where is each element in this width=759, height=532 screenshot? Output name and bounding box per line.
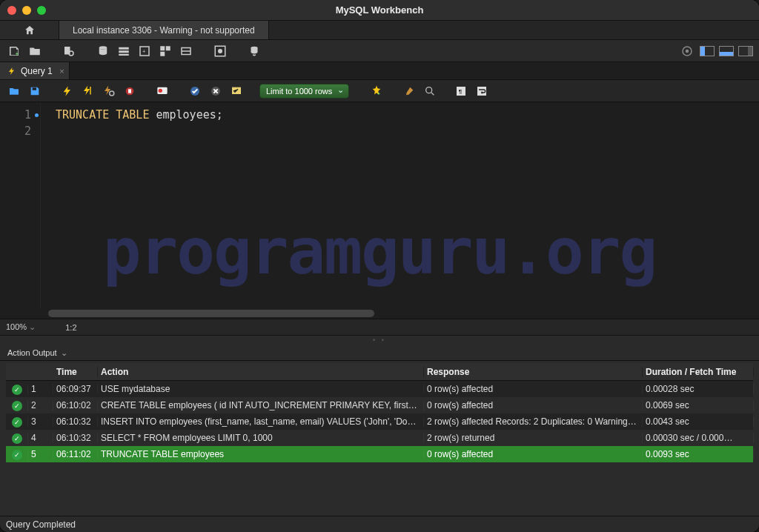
response-cell: 0 row(s) affected xyxy=(424,400,643,410)
sql-editor-panel: 1 2 TRUNCATE TABLE employees; programgur… xyxy=(0,102,759,336)
beautify-button[interactable]: + xyxy=(368,83,385,99)
line-number: 2 xyxy=(0,123,31,139)
db-icon-1[interactable] xyxy=(95,43,111,59)
svg-rect-10 xyxy=(166,46,170,50)
db-icon-5[interactable] xyxy=(178,43,194,59)
stop-button[interactable] xyxy=(122,83,138,99)
sql-editor[interactable]: 1 2 TRUNCATE TABLE employees; programgur… xyxy=(0,102,759,308)
connection-tab-bar: Local instance 3306 - Warning - not supp… xyxy=(0,21,759,40)
duration-cell: 0.00028 sec xyxy=(643,384,754,394)
svg-point-28 xyxy=(426,87,432,93)
success-icon: ✓ xyxy=(12,450,22,460)
svg-rect-21 xyxy=(128,89,131,93)
sql-keyword: TRUNCATE TABLE xyxy=(56,108,149,122)
status-text: Query Completed xyxy=(6,519,76,530)
svg-text:+: + xyxy=(142,48,146,55)
svg-rect-4 xyxy=(119,47,129,49)
index-cell: 2 xyxy=(28,400,53,410)
zoom-level[interactable]: 100% xyxy=(6,322,36,332)
svg-rect-18 xyxy=(33,87,36,90)
settings-button[interactable] xyxy=(679,43,695,59)
svg-point-3 xyxy=(99,46,107,50)
cursor-position: 1:2 xyxy=(65,323,76,332)
window-title: MySQL Workbench xyxy=(0,4,759,16)
svg-point-17 xyxy=(686,49,689,53)
db-connect-button[interactable] xyxy=(246,43,262,59)
rollback-button[interactable] xyxy=(208,83,224,99)
time-cell: 06:10:02 xyxy=(53,400,98,410)
toggle-left-panel[interactable] xyxy=(700,46,715,56)
col-action[interactable]: Action xyxy=(98,367,424,377)
home-tab[interactable] xyxy=(0,21,59,39)
index-cell: 1 xyxy=(28,384,53,394)
find-button[interactable] xyxy=(422,83,438,99)
output-row[interactable]: ✓406:10:32SELECT * FROM employees LIMIT … xyxy=(6,430,753,446)
svg-text:+: + xyxy=(16,50,19,57)
editor-status-bar: 100% 1:2 xyxy=(0,319,759,335)
action-cell: SELECT * FROM employees LIMIT 0, 1000 xyxy=(98,433,424,443)
response-cell: 2 row(s) affected Records: 2 Duplicates:… xyxy=(424,416,643,427)
home-icon xyxy=(23,24,36,36)
output-row[interactable]: ✓106:09:37USE mydatabase0 row(s) affecte… xyxy=(6,381,753,397)
svg-rect-6 xyxy=(119,53,129,55)
scrollbar-thumb[interactable] xyxy=(48,310,374,317)
toggle-right-panel[interactable] xyxy=(738,46,753,56)
editor-horizontal-scrollbar[interactable] xyxy=(0,308,759,319)
save-button[interactable] xyxy=(27,83,43,99)
output-header: Action Output xyxy=(0,345,759,361)
editor-toolbar: Limit to 1000 rows + ¶ xyxy=(0,80,759,102)
toggle-invisible-button[interactable]: ¶ xyxy=(453,83,469,99)
output-row[interactable]: ✓206:10:02CREATE TABLE employees ( id IN… xyxy=(6,397,753,413)
output-row[interactable]: ✓306:10:32INSERT INTO employees (first_n… xyxy=(6,413,753,430)
col-time[interactable]: Time xyxy=(53,367,98,377)
duration-cell: 0.0069 sec xyxy=(643,400,754,410)
autocommit-button[interactable] xyxy=(228,83,245,99)
line-gutter: 1 2 xyxy=(0,102,41,308)
output-row[interactable]: ✓506:11:02TRUNCATE TABLE employees0 row(… xyxy=(6,446,753,462)
time-cell: 06:09:37 xyxy=(53,384,98,394)
time-cell: 06:11:02 xyxy=(53,449,98,459)
action-cell: CREATE TABLE employees ( id INT AUTO_INC… xyxy=(98,400,424,410)
duration-cell: 0.00030 sec / 0.000… xyxy=(643,433,754,443)
toggle-bottom-panel[interactable] xyxy=(719,46,734,56)
inspector-button[interactable] xyxy=(61,43,77,59)
execute-button[interactable] xyxy=(59,83,76,99)
close-tab-icon[interactable]: × xyxy=(59,67,64,76)
success-icon: ✓ xyxy=(12,401,22,411)
svg-rect-9 xyxy=(160,46,165,50)
success-icon: ✓ xyxy=(12,433,22,444)
col-response[interactable]: Response xyxy=(424,367,643,377)
split-handle[interactable]: • • xyxy=(0,336,759,345)
execute-current-button[interactable] xyxy=(80,83,96,99)
status-cell: ✓ xyxy=(6,400,28,411)
output-columns: Time Action Response Duration / Fetch Ti… xyxy=(6,363,753,381)
connection-tab[interactable]: Local instance 3306 - Warning - not supp… xyxy=(59,21,269,39)
commit-button[interactable] xyxy=(187,83,203,99)
open-sql-script-button[interactable] xyxy=(27,43,43,59)
open-file-button[interactable] xyxy=(6,83,22,99)
brush-button[interactable] xyxy=(401,83,417,99)
svg-rect-5 xyxy=(119,50,129,53)
limit-rows-select[interactable]: Limit to 1000 rows xyxy=(259,84,349,99)
code-area[interactable]: TRUNCATE TABLE employees; xyxy=(41,102,223,308)
query-tab[interactable]: Query 1 × xyxy=(0,62,70,79)
index-cell: 4 xyxy=(28,433,53,443)
index-cell: 5 xyxy=(28,449,53,459)
action-cell: TRUNCATE TABLE employees xyxy=(98,449,424,459)
new-sql-tab-button[interactable]: + xyxy=(6,43,22,59)
svg-point-14 xyxy=(218,49,222,53)
action-cell: INSERT INTO employees (first_name, last_… xyxy=(98,416,424,427)
output-type-select[interactable]: Action Output xyxy=(4,347,69,359)
index-cell: 3 xyxy=(28,416,53,427)
db-icon-4[interactable] xyxy=(157,43,173,59)
db-icon-2[interactable] xyxy=(116,43,132,59)
line-number: 1 xyxy=(0,107,31,123)
svg-point-19 xyxy=(110,91,114,96)
db-icon-3[interactable]: + xyxy=(136,43,153,59)
response-cell: 2 row(s) returned xyxy=(424,433,643,443)
wrap-button[interactable] xyxy=(474,83,490,99)
dashboard-button[interactable] xyxy=(212,43,228,59)
stop-on-error-button[interactable] xyxy=(154,83,170,99)
explain-button[interactable] xyxy=(101,83,117,99)
col-duration[interactable]: Duration / Fetch Time xyxy=(643,367,754,377)
